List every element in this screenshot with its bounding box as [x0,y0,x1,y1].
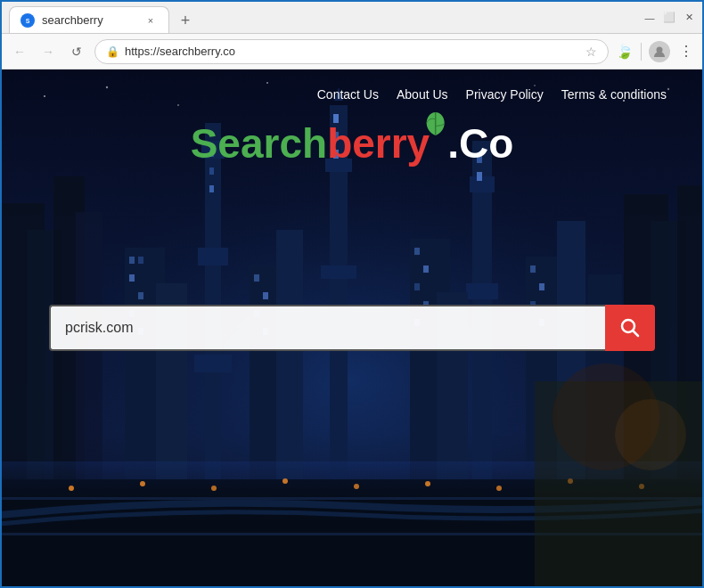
terms-conditions-link[interactable]: Terms & conditions [561,87,667,102]
svg-rect-30 [321,265,356,279]
toolbar-divider [641,43,642,61]
nav-links: Contact Us About Us Privacy Policy Terms… [317,87,667,102]
url-bar[interactable]: 🔒 https://searchberry.co ☆ [94,39,609,64]
minimize-button[interactable]: — [643,12,656,24]
new-tab-button[interactable]: + [173,8,198,33]
svg-rect-38 [477,172,482,181]
browser-menu-button[interactable]: ⋮ [677,41,695,61]
svg-rect-36 [466,283,498,299]
svg-rect-26 [209,185,214,192]
window-controls: — ⬜ ✕ [643,12,695,24]
back-button[interactable]: ← [9,41,30,62]
svg-rect-23 [194,355,232,372]
maximize-button[interactable]: ⬜ [663,12,675,24]
svg-rect-60 [414,283,420,290]
lock-icon: 🔒 [106,45,119,58]
tab-favicon: S [20,13,35,28]
logo-berry-part: berry [327,120,430,167]
svg-rect-50 [129,274,135,282]
logo-dot-co-part: .Co [447,120,513,167]
forward-button[interactable]: → [37,41,59,62]
privacy-policy-link[interactable]: Privacy Policy [466,87,544,102]
leaf-icon: 🍃 [616,43,634,60]
svg-point-82 [615,399,686,470]
site-logo: Searchberry .Co [191,123,514,164]
logo-search-part: Search [191,120,327,167]
browser-window: S searchberry × + — ⬜ ✕ ← → ↺ 🔒 https://… [0,0,704,588]
svg-rect-55 [263,292,268,299]
svg-point-5 [44,95,45,97]
svg-point-10 [534,85,536,86]
svg-rect-58 [414,248,420,255]
svg-rect-54 [254,274,259,282]
browser-tab[interactable]: S searchberry × [9,6,169,33]
svg-rect-22 [198,248,228,265]
tab-close-button[interactable]: × [143,13,158,28]
svg-line-84 [634,331,639,337]
url-text: https://searchberry.co [125,45,580,58]
svg-rect-64 [539,283,544,290]
logo-leaf-icon [422,118,447,143]
svg-text:S: S [26,18,30,24]
title-bar: S searchberry × + — ⬜ ✕ [2,2,702,34]
tab-title: searchberry [42,13,136,27]
svg-rect-48 [129,257,135,264]
svg-point-12 [667,88,669,90]
svg-rect-25 [209,167,214,175]
search-button[interactable] [605,305,655,351]
reload-button[interactable]: ↺ [66,41,87,62]
svg-point-6 [106,86,108,88]
about-us-link[interactable]: About Us [397,87,448,102]
svg-rect-63 [530,265,536,273]
svg-rect-49 [138,257,143,264]
svg-rect-59 [423,265,429,273]
profile-button[interactable] [649,41,670,62]
website-content: Contact Us About Us Privacy Policy Terms… [2,69,702,586]
svg-point-8 [266,82,268,84]
logo-text: Searchberry .Co [191,123,514,164]
address-bar: ← → ↺ 🔒 https://searchberry.co ☆ 🍃 ⋮ [2,34,702,69]
contact-us-link[interactable]: Contact Us [317,87,379,102]
close-button[interactable]: ✕ [683,12,695,24]
search-container [49,305,655,351]
bookmark-icon[interactable]: ☆ [585,45,597,59]
svg-point-7 [177,104,179,106]
search-icon [620,318,640,338]
svg-rect-51 [138,292,143,299]
tab-area: S searchberry × + [9,2,629,33]
search-input[interactable] [49,305,605,351]
